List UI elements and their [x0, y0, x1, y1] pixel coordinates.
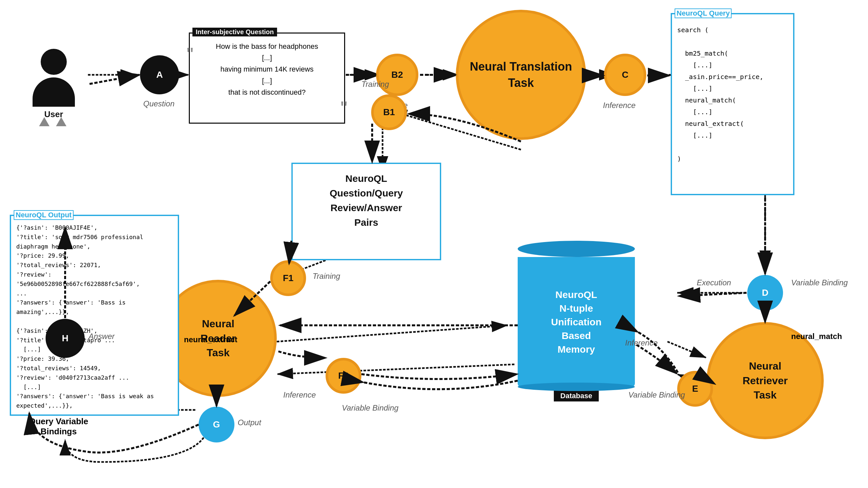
database-label: Database — [554, 390, 599, 401]
node-f2: F2 — [326, 358, 362, 394]
user-node: User — [33, 49, 75, 120]
question-box: Inter-subjective Question How is the bas… — [189, 33, 345, 124]
neuroql-pairs-box: NeuroQLQuestion/QueryReview/AnswerPairs — [291, 163, 441, 260]
label-d-execution: Execution — [697, 278, 731, 287]
neuroql-query-title: NeuroQL Query — [675, 8, 732, 18]
neuroql-output-title: NeuroQL Output — [14, 210, 73, 220]
node-c: C — [604, 54, 646, 96]
query-variable-bindings-label: Query Variable Bindings — [26, 416, 91, 436]
label-f1-training: Training — [313, 272, 340, 281]
neural-translation-label: Neural Translation Task — [458, 59, 584, 91]
label-question: Question — [143, 99, 175, 108]
label-e-inference: Inference — [625, 338, 658, 348]
svg-line-9 — [90, 75, 140, 84]
node-d: D — [747, 275, 783, 311]
svg-line-11 — [679, 293, 747, 296]
neural-translation-circle: Neural Translation Task — [456, 10, 586, 140]
neural-match-label: neural_match — [791, 332, 842, 341]
neuroql-query-box: NeuroQL Query search ( bm25_match( [...]… — [671, 13, 795, 195]
label-b1-training: Training — [362, 80, 389, 89]
label-h-answer: Answer — [89, 332, 115, 341]
node-h: H — [45, 319, 85, 358]
label-d-variable-binding: Variable Binding — [791, 278, 848, 287]
neuroql-db-label: NeuroQLN-tupleUnificationBasedMemory — [551, 288, 602, 356]
neuroql-database: NeuroQLN-tupleUnificationBasedMemory Dat… — [518, 241, 635, 401]
node-b1: B1 — [371, 94, 407, 130]
neural-extract-label: neural_extract — [184, 335, 237, 344]
neuroql-output-box: NeuroQL Output {'?asin': 'B000AJIF4E','?… — [10, 215, 179, 416]
node-a: A — [140, 55, 179, 94]
label-e-variable-binding: Variable Binding — [628, 390, 685, 399]
node-b2: B2 — [376, 54, 418, 96]
label-f2-inference: Inference — [283, 390, 316, 399]
neuroql-pairs-content: NeuroQLQuestion/QueryReview/AnswerPairs — [298, 171, 435, 230]
question-box-title: Inter-subjective Question — [192, 28, 277, 36]
node-f1: F1 — [270, 260, 306, 296]
node-g: G — [198, 407, 235, 443]
label-f2-variable-binding: Variable Binding — [342, 403, 399, 413]
question-box-content: How is the bass for headphones[...]havin… — [195, 41, 339, 98]
neural-retriever-label: NeuralRetrieverTask — [743, 359, 788, 402]
node-e: E — [677, 371, 713, 407]
neuroql-output-content: {'?asin': 'B000AJIF4E','?title': 'sony m… — [16, 223, 173, 411]
label-c-inference: Inference — [603, 101, 636, 110]
label-g-output: Output — [238, 418, 261, 427]
neuroql-query-content: search ( bm25_match( [...] _asin.price==… — [677, 24, 788, 165]
